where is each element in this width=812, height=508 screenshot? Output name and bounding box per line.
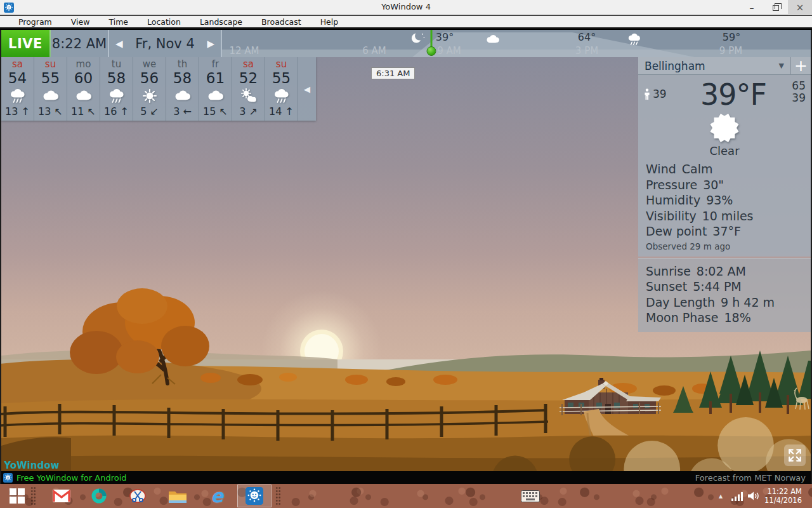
timeline-slider-handle[interactable] (427, 46, 436, 56)
time-scrubber[interactable]: 12 AM6 AM9 AM3 PM9 PM39°64°59° (222, 30, 811, 57)
date-label[interactable]: Fr, Nov 4 (135, 36, 195, 51)
network-icon[interactable] (730, 485, 745, 507)
forecast-temp-label: 52 (232, 70, 265, 86)
weather-detail-row: Dew point37°F (643, 224, 806, 239)
location-selector[interactable]: Bellingham (638, 60, 779, 72)
taskbar: ▲ 11:22 AM 11/4/2016 e (0, 484, 812, 508)
forecast-wind-label: 14 ↑ (265, 105, 298, 117)
forecast-day-cell[interactable]: we565 ↙ (133, 57, 166, 121)
taskbar-security-button[interactable] (88, 485, 110, 507)
forecast-wind-label: 15 ↖ (199, 105, 232, 117)
taskbar-grip-right-handle (275, 486, 281, 505)
astro-detail-row-label: Day Length (646, 295, 715, 309)
taskbar-snipping-button[interactable] (127, 485, 148, 507)
menu-item-view[interactable]: View (63, 16, 98, 28)
menu-item-help[interactable]: Help (312, 16, 347, 28)
taskbar-keyboard-button[interactable] (519, 485, 542, 507)
live-button[interactable]: LIVE (1, 30, 51, 57)
forecast-day-label: sa (1, 59, 34, 70)
astro-detail-row-label: Sunset (646, 279, 687, 293)
menu-item-program[interactable]: Program (10, 16, 60, 28)
prev-day-button[interactable]: ◀ (115, 38, 123, 50)
forecast-day-cell[interactable]: su5514 ↑ (265, 57, 298, 121)
menu-bar: ProgramViewTimeLocationLandscapeBroadcas… (0, 15, 812, 29)
forecast-day-label: fr (199, 59, 232, 70)
rain-icon (107, 88, 127, 104)
forecast-wind-label: 13 ↑ (1, 105, 34, 117)
timeline-temp-label: 59° (723, 31, 740, 43)
rain-icon (272, 88, 292, 104)
astro-detail-row-label: Sunrise (646, 264, 691, 278)
current-temperature: 39°F (680, 77, 787, 112)
menu-item-location[interactable]: Location (139, 16, 189, 28)
forecast-weather-icon-box (232, 86, 265, 105)
title-bar[interactable]: YoWindow 4 – × (0, 0, 812, 15)
menu-item-landscape[interactable]: Landscape (192, 16, 251, 28)
wind-direction-arrow: ↑ (22, 105, 30, 117)
tray-expand-button[interactable]: ▲ (714, 485, 727, 507)
taskbar-explorer-button[interactable] (166, 485, 189, 507)
menu-item-time[interactable]: Time (100, 16, 136, 28)
wind-direction-arrow: ↙ (150, 105, 158, 117)
forecast-day-label: th (166, 59, 199, 70)
taskbar-yowindow-button[interactable] (237, 485, 272, 507)
taskbar-ie-button[interactable]: e (206, 485, 228, 507)
observed-label: Observed 29 m ago (643, 241, 806, 251)
timeline-hour-label: 12 AM (229, 45, 259, 57)
minimize-button[interactable]: – (740, 0, 764, 15)
timeline-hour-label: 6 AM (362, 45, 386, 57)
forecast-weather-icon-box (133, 86, 166, 105)
person-icon (643, 88, 651, 100)
wind-speed: 14 (269, 105, 285, 117)
forecast-day-cell[interactable]: fr6115 ↖ (199, 57, 232, 121)
menu-item-broadcast[interactable]: Broadcast (253, 16, 310, 28)
ie-logo: e (211, 486, 223, 505)
wind-speed: 16 (104, 105, 120, 117)
forecast-day-cell[interactable]: sa523 ↗ (232, 57, 265, 121)
android-promo-link[interactable]: Free YoWindow for Android (16, 473, 695, 483)
forecast-day-label: we (133, 59, 166, 70)
next-day-button[interactable]: ▶ (207, 38, 214, 50)
forecast-day-cell[interactable]: su5513 ↖ (34, 57, 67, 121)
security-icon (91, 488, 107, 504)
taskbar-gmail-button[interactable] (51, 485, 72, 507)
tray-clock[interactable]: 11:22 AM 11/4/2016 (763, 485, 802, 507)
add-location-button[interactable]: + (790, 57, 811, 74)
forecast-temp-label: 58 (166, 70, 199, 86)
weather-detail-row-label: Visibility (646, 209, 697, 223)
forecast-weather-icon-box (34, 86, 67, 105)
explorer-icon (168, 488, 187, 504)
close-button[interactable]: × (788, 0, 812, 15)
low-temp: 39 (787, 92, 806, 104)
forecast-wind-label: 5 ↙ (133, 105, 166, 117)
forecast-day-cell[interactable]: tu5816 ↑ (100, 57, 133, 121)
taskbar-start-button[interactable] (6, 485, 28, 507)
chevron-down-icon[interactable]: ▼ (779, 62, 790, 70)
keyboard-icon (521, 490, 540, 502)
timeline-temp-label: 64° (578, 31, 596, 43)
forecast-day-cell[interactable]: sa5413 ↑ (1, 57, 34, 121)
yowindow-icon (246, 487, 263, 505)
forecast-day-cell[interactable]: mo6011 ↖ (67, 57, 100, 121)
tray-date: 11/4/2016 (764, 496, 802, 505)
timeline-hour-label: 9 AM (437, 45, 461, 57)
foreground-field (1, 436, 811, 471)
volume-icon[interactable] (746, 485, 761, 507)
current-time-display[interactable]: 8:22 AM (51, 30, 109, 57)
yowindow-watermark: YoWindow (4, 460, 59, 471)
rain-icon (626, 33, 643, 46)
wind-direction-arrow: ↖ (55, 105, 63, 117)
fullscreen-button[interactable] (784, 444, 806, 466)
astro-detail-row: Moon Phase18% (643, 310, 806, 326)
restore-button[interactable] (764, 0, 788, 15)
weather-detail-row-label: Humidity (646, 193, 700, 207)
forecast-temp-label: 56 (133, 70, 166, 86)
forecast-collapse-button[interactable]: ◀ (298, 57, 316, 121)
forecast-day-cell[interactable]: th583 ← (166, 57, 199, 121)
forecast-wind-label: 16 ↑ (100, 105, 133, 117)
wind-speed: 11 (71, 105, 87, 117)
forecast-strip: sa5413 ↑su5513 ↖mo6011 ↖tu5816 ↑we565 ↙t… (1, 57, 316, 121)
partly-icon (239, 88, 259, 104)
wind-direction-arrow: ↖ (88, 105, 96, 117)
cloud-icon (206, 88, 226, 104)
